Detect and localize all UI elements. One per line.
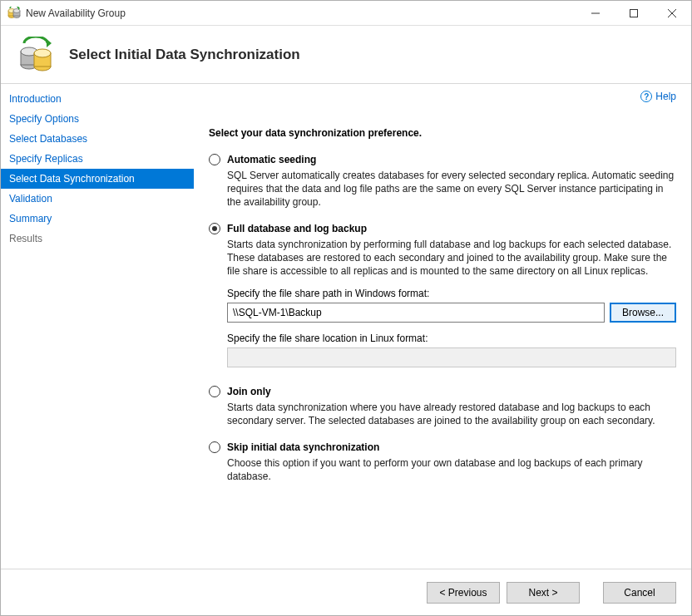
step-results: Results (1, 229, 194, 249)
next-button[interactable]: Next > (507, 582, 580, 604)
option-desc-skip: Choose this option if you want to perfor… (227, 456, 676, 483)
windows-path-label: Specify the file share path in Windows f… (227, 288, 676, 299)
browse-button[interactable]: Browse... (610, 303, 676, 323)
wizard-header: Select Initial Data Synchronization (1, 26, 691, 84)
wizard-icon (17, 37, 54, 73)
svg-point-16 (34, 49, 51, 57)
option-skip: Skip initial data synchronization Choose… (209, 441, 676, 483)
option-desc-full: Starts data synchronization by performin… (227, 238, 676, 278)
svg-point-5 (13, 8, 20, 12)
linux-path-label: Specify the file share location in Linux… (227, 333, 676, 344)
page-title: Select Initial Data Synchronization (69, 47, 300, 63)
option-full-backup: Full database and log backup Starts data… (209, 223, 676, 368)
maximize-button[interactable] (615, 1, 653, 26)
step-introduction[interactable]: Introduction (1, 89, 194, 109)
wizard-steps-sidebar: Introduction Specify Options Select Data… (1, 84, 194, 569)
option-label-full: Full database and log backup (227, 223, 367, 234)
option-desc-auto: SQL Server automatically creates databas… (227, 169, 676, 209)
option-desc-join: Starts data synchronization where you ha… (227, 401, 676, 427)
title-bar: New Availability Group (1, 1, 691, 26)
window-title: New Availability Group (26, 7, 576, 19)
app-icon (7, 7, 21, 20)
previous-button[interactable]: < Previous (427, 582, 500, 604)
svg-rect-8 (630, 9, 638, 17)
radio-skip[interactable] (209, 441, 220, 453)
windows-path-input[interactable] (227, 303, 605, 323)
svg-marker-17 (47, 39, 52, 47)
linux-path-input (227, 347, 676, 367)
close-button[interactable] (653, 1, 691, 26)
step-select-data-sync[interactable]: Select Data Synchronization (1, 169, 194, 189)
option-label-join: Join only (227, 386, 271, 397)
option-label-skip: Skip initial data synchronization (227, 441, 379, 453)
radio-full-backup[interactable] (209, 223, 220, 234)
help-icon: ? (640, 91, 652, 102)
radio-automatic-seeding[interactable] (209, 154, 220, 165)
option-automatic-seeding: Automatic seeding SQL Server automatical… (209, 154, 676, 209)
step-select-databases[interactable]: Select Databases (1, 129, 194, 149)
help-label: Help (655, 91, 676, 102)
cancel-button[interactable]: Cancel (603, 582, 676, 604)
minimize-button[interactable] (576, 1, 615, 26)
step-validation[interactable]: Validation (1, 189, 194, 209)
step-specify-options[interactable]: Specify Options (1, 109, 194, 129)
wizard-body: Introduction Specify Options Select Data… (1, 84, 691, 569)
help-link[interactable]: ? Help (640, 91, 676, 102)
option-label-auto: Automatic seeding (227, 154, 316, 165)
step-summary[interactable]: Summary (1, 209, 194, 229)
section-heading: Select your data synchronization prefere… (209, 127, 676, 139)
option-join-only: Join only Starts data synchronization wh… (209, 386, 676, 427)
wizard-footer: < Previous Next > Cancel (1, 569, 691, 615)
radio-join-only[interactable] (209, 386, 220, 397)
wizard-content: ? Help Select your data synchronization … (194, 84, 691, 569)
step-specify-replicas[interactable]: Specify Replicas (1, 149, 194, 169)
